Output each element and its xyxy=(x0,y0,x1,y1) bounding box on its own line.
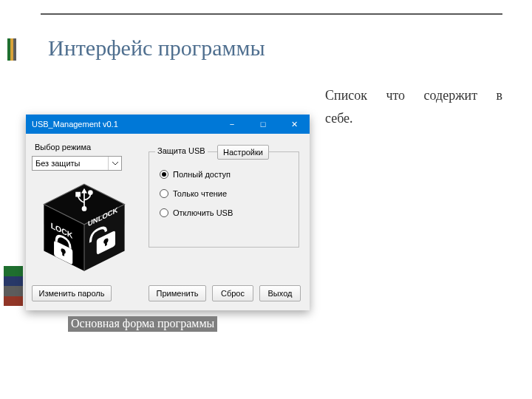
apply-button[interactable]: Применить xyxy=(149,285,206,301)
minimize-button[interactable]: − xyxy=(216,115,248,134)
settings-button[interactable]: Настройки xyxy=(217,145,269,160)
mode-label: Выбор режима xyxy=(35,143,91,151)
protection-groupbox: Защита USB Настройки Полный доступ Тольк… xyxy=(149,151,299,248)
svg-rect-13 xyxy=(62,250,64,256)
reset-button[interactable]: Сброс xyxy=(212,285,253,301)
app-window: USB_Management v0.1 − □ ✕ Выбор режима Б… xyxy=(26,115,310,310)
radio-dot-icon xyxy=(160,170,168,179)
radio-dot-icon xyxy=(160,189,168,198)
radio-disable-usb[interactable]: Отключить USB xyxy=(160,208,233,217)
mode-select[interactable]: Без защиты xyxy=(32,156,122,171)
svg-point-6 xyxy=(82,207,86,211)
svg-rect-17 xyxy=(105,241,107,247)
change-password-button[interactable]: Изменить пароль xyxy=(32,285,112,301)
radio-readonly-label: Только чтение xyxy=(173,189,227,198)
slide-title: Интерфейс программы xyxy=(48,35,265,61)
groupbox-legend: Защита USB xyxy=(155,146,208,155)
window-title: USB_Management v0.1 xyxy=(32,120,216,129)
exit-button[interactable]: Выход xyxy=(259,285,301,301)
radio-disable-label: Отключить USB xyxy=(173,208,233,217)
svg-rect-8 xyxy=(76,193,80,197)
slide-accent-top xyxy=(7,38,16,61)
radio-dot-icon xyxy=(160,208,168,217)
slide-body-text: Список что содержит в себе. xyxy=(325,84,502,129)
slide: Интерфейс программы Список что содержит … xyxy=(0,0,532,399)
chevron-down-icon xyxy=(108,157,121,170)
radio-readonly[interactable]: Только чтение xyxy=(160,189,227,198)
radio-full-label: Полный доступ xyxy=(173,170,231,179)
close-button[interactable]: ✕ xyxy=(279,115,310,134)
mode-select-value: Без защиты xyxy=(35,159,81,168)
window-client-area: Выбор режима Без защиты xyxy=(26,134,310,310)
radio-full-access[interactable]: Полный доступ xyxy=(160,170,231,179)
figure-caption: Основная форма программы xyxy=(68,316,217,332)
maximize-button[interactable]: □ xyxy=(248,115,279,134)
slide-body-line1: Список что содержит в xyxy=(325,88,502,103)
slide-top-rule xyxy=(41,13,502,15)
window-titlebar[interactable]: USB_Management v0.1 − □ ✕ xyxy=(26,115,310,134)
svg-point-9 xyxy=(89,191,92,194)
slide-body-line2: себе. xyxy=(325,107,502,130)
lock-cube-image: LOCK UNLOCK xyxy=(38,181,131,274)
slide-accent-left xyxy=(4,266,23,306)
